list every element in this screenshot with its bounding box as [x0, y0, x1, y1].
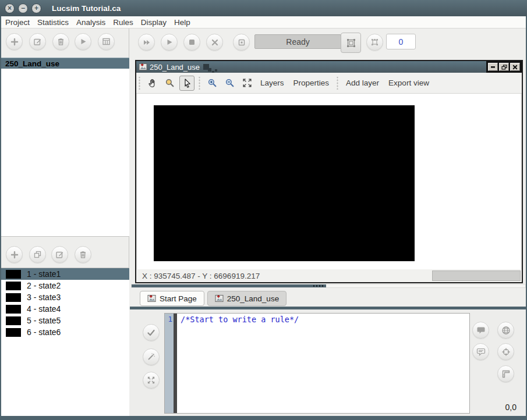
pan-hand-icon: [147, 78, 157, 88]
fold-margin: [174, 314, 177, 413]
project-run-button[interactable]: [75, 33, 91, 50]
expand-editor-button[interactable]: [143, 372, 160, 389]
states-list: 1 - state1 2 - state2 3 - state3 4 - sta…: [1, 268, 129, 416]
state-row[interactable]: 2 - state2: [1, 280, 129, 291]
cursor-position-readout: 0,0: [505, 403, 517, 412]
stop-icon: [189, 39, 195, 45]
project-list[interactable]: [1, 69, 129, 237]
zoom-out-button[interactable]: [222, 76, 237, 91]
region-frame-toggle[interactable]: [341, 33, 361, 53]
state-row[interactable]: 1 - state1: [1, 268, 129, 280]
state-edit-button[interactable]: [51, 246, 68, 263]
application-window: × − + Lucsim Tutorial.ca Project Statist…: [0, 0, 527, 420]
window-maximize-button[interactable]: +: [31, 3, 41, 13]
comment-icon: [476, 326, 486, 334]
map-minimize-button[interactable]: [488, 63, 498, 71]
state-row[interactable]: 5 - state5: [1, 315, 129, 326]
state-delete-button[interactable]: [75, 246, 91, 263]
measure-button[interactable]: [497, 365, 514, 382]
tab-label: Start Page: [160, 294, 197, 303]
state-copy-button[interactable]: [29, 246, 46, 263]
copy-icon: [33, 250, 42, 259]
rule-code-text[interactable]: /*Start to write a rule*/: [181, 315, 299, 324]
check-icon: [147, 329, 155, 337]
state-row[interactable]: 3 - state3: [1, 291, 129, 303]
menu-rules[interactable]: Rules: [113, 18, 133, 27]
zoom-in-button[interactable]: [204, 76, 220, 91]
cursor-icon: [182, 78, 192, 88]
project-list-selected-item[interactable]: 250_Land_use: [1, 58, 129, 69]
map-canvas[interactable]: [137, 94, 521, 269]
cancel-button[interactable]: [206, 34, 223, 51]
properties-button[interactable]: Properties: [293, 79, 330, 87]
line-number: 1: [168, 315, 172, 323]
land-use-raster-image[interactable]: [154, 105, 415, 261]
zoom-select-tool-button[interactable]: [162, 76, 177, 91]
stop-button[interactable]: [183, 34, 200, 51]
project-edit-button[interactable]: [29, 33, 46, 50]
add-layer-button[interactable]: Add layer: [346, 79, 379, 87]
cursor-tool-button[interactable]: [179, 76, 194, 91]
minimize-icon: −: [21, 4, 25, 12]
scrollbar-thumb[interactable]: [132, 284, 326, 287]
project-add-button[interactable]: [6, 33, 23, 50]
mdi-horizontal-scrollbar[interactable]: [131, 284, 526, 288]
state-add-button[interactable]: [6, 246, 23, 263]
menu-project[interactable]: Project: [5, 18, 30, 27]
map-window-titlebar[interactable]: 250_Land_use: [136, 61, 522, 73]
play-icon: [165, 38, 173, 46]
rule-code-editor[interactable]: 1 /*Start to write a rule*/: [164, 313, 470, 414]
left-panel: 250_Land_use 1 - state1: [1, 29, 129, 416]
window-minimize-button[interactable]: −: [18, 3, 28, 13]
tab-start-page[interactable]: Start Page: [140, 291, 204, 306]
map-restore-button[interactable]: [499, 63, 509, 71]
coordinates-readout: X : 935745.487 - Y : 6696919.217: [142, 272, 260, 280]
state-label: 6 - state6: [27, 328, 61, 337]
comment-button[interactable]: [472, 322, 489, 339]
window-title: Lucsim Tutorial.ca: [52, 4, 121, 13]
state-row[interactable]: 4 - state4: [1, 303, 129, 315]
state-color-swatch: [6, 282, 21, 290]
fast-forward-button[interactable]: [138, 34, 155, 51]
project-delete-button[interactable]: [52, 33, 69, 50]
drag-pattern-decoration: [203, 64, 209, 70]
expand-icon: [147, 376, 155, 385]
state-label: 3 - state3: [27, 293, 61, 302]
layers-button[interactable]: Layers: [260, 79, 284, 87]
map-window-controls: [486, 61, 522, 73]
iteration-counter-input[interactable]: 0: [386, 34, 416, 49]
project-table-button[interactable]: [98, 33, 115, 50]
target-button[interactable]: [497, 343, 514, 360]
run-button[interactable]: [161, 34, 178, 51]
comment-text-button[interactable]: [472, 343, 489, 360]
map-close-button[interactable]: [510, 63, 520, 71]
state-label: 2 - state2: [27, 281, 61, 290]
fit-view-button[interactable]: [239, 76, 254, 91]
menu-analysis[interactable]: Analysis: [76, 18, 105, 27]
menu-statistics[interactable]: Statistics: [37, 18, 69, 27]
minimize-icon: [490, 65, 496, 69]
state-label: 5 - state5: [27, 316, 61, 325]
snapshot-button[interactable]: [233, 34, 250, 51]
grid-handles-button[interactable]: [366, 34, 383, 51]
close-icon: ×: [8, 4, 12, 12]
globe-button[interactable]: [497, 322, 514, 339]
menu-bar: Project Statistics Analysis Rules Displa…: [1, 16, 526, 29]
toolbar-grip[interactable]: [138, 77, 141, 90]
export-view-button[interactable]: Export view: [388, 79, 429, 87]
magnifier-icon: [165, 78, 175, 88]
play-icon: [79, 38, 87, 45]
validate-rule-button[interactable]: [143, 324, 160, 341]
edit-icon: [33, 37, 42, 46]
pan-tool-button[interactable]: [144, 76, 160, 91]
wizard-button[interactable]: [143, 348, 160, 365]
tab-land-use[interactable]: 250_Land_use: [207, 291, 287, 306]
menu-display[interactable]: Display: [141, 18, 167, 27]
menu-help[interactable]: Help: [174, 18, 190, 27]
window-close-button[interactable]: ×: [5, 3, 15, 13]
table-icon: [102, 37, 111, 46]
state-row[interactable]: 6 - state6: [1, 326, 129, 338]
titlebar: × − + Lucsim Tutorial.ca: [0, 0, 527, 16]
map-document-icon: [139, 63, 147, 71]
region-frame-icon: [346, 38, 356, 48]
